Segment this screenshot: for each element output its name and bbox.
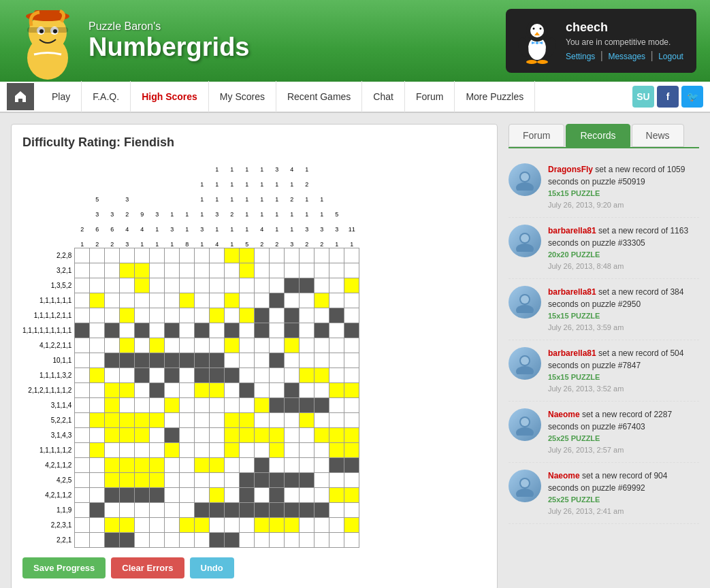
grid-cell[interactable]: [255, 263, 270, 278]
grid-cell[interactable]: [135, 338, 150, 353]
grid-cell[interactable]: [270, 382, 285, 397]
grid-cell[interactable]: [240, 442, 255, 457]
grid-cell[interactable]: [180, 353, 195, 368]
grid-cell[interactable]: [344, 502, 359, 517]
grid-cell[interactable]: [120, 368, 135, 382]
grid-cell[interactable]: [270, 263, 285, 278]
grid-cell[interactable]: [240, 353, 255, 368]
grid-cell[interactable]: [300, 338, 314, 353]
grid-cell[interactable]: [285, 368, 300, 382]
grid-cell[interactable]: [285, 323, 300, 338]
grid-cell[interactable]: [75, 472, 90, 487]
grid-cell[interactable]: [105, 248, 120, 263]
grid-cell[interactable]: [195, 323, 210, 338]
grid-cell[interactable]: [75, 442, 90, 457]
grid-cell[interactable]: [195, 293, 210, 308]
grid-cell[interactable]: [180, 517, 195, 532]
grid-cell[interactable]: [90, 502, 105, 517]
grid-cell[interactable]: [240, 487, 255, 502]
grid-cell[interactable]: [90, 382, 105, 397]
grid-cell[interactable]: [120, 308, 135, 323]
grid-cell[interactable]: [75, 368, 90, 382]
grid-cell[interactable]: [314, 308, 329, 323]
grid-cell[interactable]: [240, 278, 255, 293]
grid-cell[interactable]: [105, 338, 120, 353]
grid-cell[interactable]: [270, 248, 285, 263]
grid-cell[interactable]: [180, 427, 195, 442]
grid-cell[interactable]: [180, 472, 195, 487]
grid-cell[interactable]: [165, 457, 180, 472]
grid-cell[interactable]: [75, 397, 90, 412]
grid-cell[interactable]: [329, 472, 344, 487]
grid-cell[interactable]: [344, 442, 359, 457]
grid-cell[interactable]: [285, 412, 300, 427]
grid-cell[interactable]: [75, 278, 90, 293]
grid-cell[interactable]: [225, 263, 240, 278]
grid-cell[interactable]: [180, 487, 195, 502]
grid-cell[interactable]: [90, 457, 105, 472]
grid-cell[interactable]: [105, 532, 120, 547]
grid-cell[interactable]: [120, 263, 135, 278]
grid-cell[interactable]: [240, 293, 255, 308]
grid-cell[interactable]: [165, 517, 180, 532]
grid-cell[interactable]: [314, 368, 329, 382]
grid-cell[interactable]: [344, 412, 359, 427]
grid-cell[interactable]: [225, 502, 240, 517]
nav-faq[interactable]: F.A.Q.: [82, 81, 131, 112]
grid-cell[interactable]: [270, 442, 285, 457]
grid-cell[interactable]: [75, 323, 90, 338]
grid-cell[interactable]: [210, 338, 225, 353]
grid-cell[interactable]: [210, 293, 225, 308]
grid-cell[interactable]: [225, 487, 240, 502]
grid-cell[interactable]: [329, 368, 344, 382]
grid-cell[interactable]: [90, 278, 105, 293]
grid-cell[interactable]: [314, 457, 329, 472]
grid-cell[interactable]: [314, 353, 329, 368]
grid-cell[interactable]: [135, 382, 150, 397]
grid-cell[interactable]: [344, 368, 359, 382]
grid-cell[interactable]: [105, 293, 120, 308]
grid-cell[interactable]: [210, 278, 225, 293]
grid-cell[interactable]: [90, 293, 105, 308]
grid-cell[interactable]: [165, 323, 180, 338]
grid-cell[interactable]: [285, 308, 300, 323]
grid-cell[interactable]: [75, 308, 90, 323]
tab-records[interactable]: Records: [566, 124, 630, 147]
grid-cell[interactable]: [314, 278, 329, 293]
grid-cell[interactable]: [300, 412, 314, 427]
grid-cell[interactable]: [135, 278, 150, 293]
record-username[interactable]: barbarella81: [548, 287, 596, 297]
grid-cell[interactable]: [150, 502, 165, 517]
grid-cell[interactable]: [135, 397, 150, 412]
grid-cell[interactable]: [240, 457, 255, 472]
grid-cell[interactable]: [285, 278, 300, 293]
grid-cell[interactable]: [180, 323, 195, 338]
logout-link[interactable]: Logout: [658, 52, 683, 61]
grid-cell[interactable]: [270, 353, 285, 368]
grid-cell[interactable]: [135, 353, 150, 368]
grid-cell[interactable]: [270, 457, 285, 472]
grid-cell[interactable]: [329, 412, 344, 427]
grid-cell[interactable]: [285, 248, 300, 263]
grid-cell[interactable]: [300, 368, 314, 382]
grid-cell[interactable]: [150, 248, 165, 263]
grid-cell[interactable]: [344, 532, 359, 547]
grid-cell[interactable]: [165, 397, 180, 412]
grid-cell[interactable]: [90, 323, 105, 338]
grid-cell[interactable]: [105, 457, 120, 472]
grid-cell[interactable]: [240, 323, 255, 338]
grid-cell[interactable]: [195, 457, 210, 472]
grid-cell[interactable]: [135, 487, 150, 502]
grid-cell[interactable]: [270, 487, 285, 502]
grid-cell[interactable]: [255, 353, 270, 368]
grid-cell[interactable]: [225, 308, 240, 323]
grid-cell[interactable]: [180, 382, 195, 397]
nav-play[interactable]: Play: [41, 81, 82, 112]
grid-cell[interactable]: [240, 517, 255, 532]
grid-cell[interactable]: [195, 412, 210, 427]
grid-cell[interactable]: [329, 263, 344, 278]
save-button[interactable]: Save Progress: [22, 557, 106, 578]
clear-button[interactable]: Clear Errors: [111, 557, 184, 578]
grid-cell[interactable]: [135, 248, 150, 263]
grid-cell[interactable]: [165, 442, 180, 457]
